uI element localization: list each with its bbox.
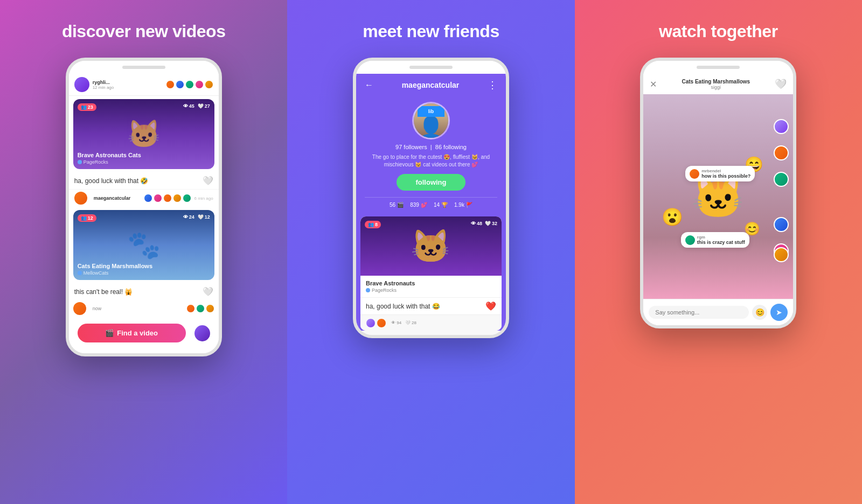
video-info-2: Cats Eating Marshmallows MellowCats	[78, 263, 210, 276]
watch-cat-visual: 🐱	[643, 94, 793, 299]
chat-input[interactable]	[649, 306, 749, 319]
profile-video-card[interactable]: 🐱 👥 8 👁 48 🤍 32 Brave Astronauts	[360, 216, 502, 331]
find-video-row: 🎬 Find a video	[69, 319, 219, 353]
viewer-badge-2: 👥 12	[78, 214, 96, 222]
back-arrow[interactable]: ←	[365, 80, 373, 90]
divider-avatar	[74, 192, 87, 205]
viewer-count-1: 23	[88, 104, 93, 110]
mini-avatar	[205, 80, 213, 89]
mini-avatar	[195, 80, 204, 89]
phone-2: ← maegancatcular ⋮ 👤 lib 97 followers	[353, 58, 509, 338]
mini-avatar	[144, 194, 152, 202]
close-button[interactable]: ✕	[650, 79, 657, 89]
find-video-label: Find a video	[117, 329, 158, 337]
heart-stat: 🤍 27	[198, 103, 210, 109]
avatar-top	[74, 77, 89, 92]
video-channel-2: MellowCats	[78, 270, 210, 276]
profile-channel-dot	[366, 288, 370, 292]
heart-red-icon[interactable]: ❤️	[485, 301, 496, 311]
emoji-button[interactable]: 😊	[752, 305, 767, 320]
divider-user-info: maegancatcular	[94, 195, 144, 201]
viewer-count-2: 12	[88, 215, 93, 221]
profile-avatar: 👤 lib	[412, 102, 450, 139]
video-card-2[interactable]: 🐾 👥 12 👁 24 🤍 12 Cats Eating Marshmallow…	[73, 210, 214, 280]
heart-icon-1[interactable]: 🤍	[203, 176, 213, 186]
watch-video-header: Cats Eating Marshmallows siggi	[657, 79, 775, 90]
more-dots[interactable]: ⋮	[488, 79, 497, 91]
comment-row-1: ha, good luck with that 🤣 🤍	[69, 172, 219, 189]
chat-bubble-1-content: mrbendel how is this possible?	[701, 169, 750, 179]
feed-time: 12 min ago	[93, 85, 166, 90]
badge-4-count: 1.9k	[454, 202, 464, 208]
viewer-badge-1: 👥 23	[78, 103, 96, 111]
send-button[interactable]: ➤	[770, 304, 788, 321]
divider-row: maegancatcular 6 min ago	[69, 189, 219, 207]
viewers-icon: 👥	[81, 104, 87, 110]
profile-comment: ha, good luck with that 😂	[366, 303, 485, 310]
find-video-button[interactable]: 🎬 Find a video	[78, 324, 186, 342]
find-video-icon: 🎬	[105, 329, 114, 337]
channel-dot-2	[78, 271, 82, 275]
chat-bubble-2: rgm this is crazy cat stuff	[681, 232, 749, 248]
panel2-title: meet new friends	[363, 22, 499, 41]
mini-avatar	[176, 80, 184, 89]
view-count-2: 👁 24 🤍 12	[183, 214, 210, 220]
feed-username: ryghli...	[93, 80, 166, 85]
watch-screen: ✕ Cats Eating Marshmallows siggi 🤍 🐱	[643, 74, 793, 325]
phone-1: ryghli... 12 min ago 🐱 👥 23	[66, 58, 222, 356]
feed-user-info: ryghli... 12 min ago	[93, 80, 166, 90]
mini-avatar	[196, 304, 205, 313]
mini-avatar	[186, 304, 195, 313]
panel-meet: meet new friends ← maegancatcular ⋮ 👤	[287, 0, 574, 504]
chat-msg-2: this is crazy cat stuff	[697, 240, 745, 245]
video-card-1[interactable]: 🐱 👥 23 👁 45 🤍 27 Brave Astronauts Cats	[73, 99, 214, 169]
viewers-icon-p: 👥	[368, 222, 374, 227]
mini-avatar	[185, 80, 194, 89]
chat-bubble-1: mrbendel how is this possible?	[685, 166, 755, 181]
video-thumb-2: 🐾 👥 12 👁 24 🤍 12 Cats Eating Marshmallow…	[73, 210, 214, 280]
watch-top-bar: ✕ Cats Eating Marshmallows siggi 🤍	[643, 74, 793, 94]
btn-row: now	[69, 300, 219, 317]
heart-icon-2[interactable]: 🤍	[203, 286, 213, 297]
side-avatar-1	[774, 119, 789, 134]
followers-count: 97 followers	[395, 144, 427, 150]
phone-notch-1	[69, 61, 219, 74]
panel3-title: watch together	[659, 22, 778, 41]
panel-discover: discover new videos ryghli... 12 min ago	[0, 0, 287, 504]
comment-row-2: this can't be real! 🙀 🤍	[69, 283, 219, 300]
video-title-1: Brave Astronauts Cats	[78, 152, 210, 158]
side-avatar-6	[774, 247, 789, 262]
divider-avatars	[144, 194, 191, 202]
video-title-2: Cats Eating Marshmallows	[78, 263, 210, 269]
profile-avatar-container: 👤 lib	[356, 102, 506, 139]
profile-video-thumb: 🐱 👥 8 👁 48 🤍 32	[360, 216, 502, 276]
profile-eye-stat: 👁 48	[471, 221, 482, 226]
chat-msg-1: how is this possible?	[701, 173, 750, 179]
mini-avatar	[163, 194, 172, 202]
mini-avatar	[166, 80, 175, 89]
profile-bio: The go to place for the cutest 😍, fluffi…	[356, 153, 506, 169]
comment-text-1: ha, good luck with that 🤣	[74, 177, 203, 185]
following-button[interactable]: following	[397, 174, 465, 191]
channel-name-1: PageRocks	[84, 159, 108, 165]
heart-top-button[interactable]: 🤍	[775, 78, 787, 90]
badge-2: 839 💕	[410, 202, 427, 208]
bottom-avatar	[73, 302, 86, 315]
mini-avatar	[183, 194, 191, 202]
channel-name-2: MellowCats	[84, 270, 109, 276]
profile-channel-name: PageRocks	[372, 288, 397, 293]
profile-video-channel: PageRocks	[366, 288, 496, 293]
profile-badges: 56 🎬 839 💕 14 🏆 1.9k 🚩	[365, 197, 497, 212]
profile-screen: ← maegancatcular ⋮ 👤 lib 97 followers	[356, 74, 506, 335]
profile-video-title: Brave Astronauts	[366, 280, 496, 286]
profile-comment-row: ha, good luck with that 😂 ❤️	[360, 297, 502, 314]
feed-screen: ryghli... 12 min ago 🐱 👥 23	[69, 74, 219, 353]
feed-top-bar: ryghli... 12 min ago	[69, 74, 219, 96]
eye-stat: 👁 45	[183, 103, 194, 109]
divider-time: 6 min ago	[194, 196, 213, 201]
following-count: 86 following	[435, 144, 467, 150]
channel-dot	[78, 160, 82, 164]
profile-bg: ← maegancatcular ⋮ 👤 lib 97 followers	[356, 74, 506, 331]
divider-username: maegancatcular	[94, 195, 144, 201]
badge-1: 56 🎬	[390, 202, 404, 208]
